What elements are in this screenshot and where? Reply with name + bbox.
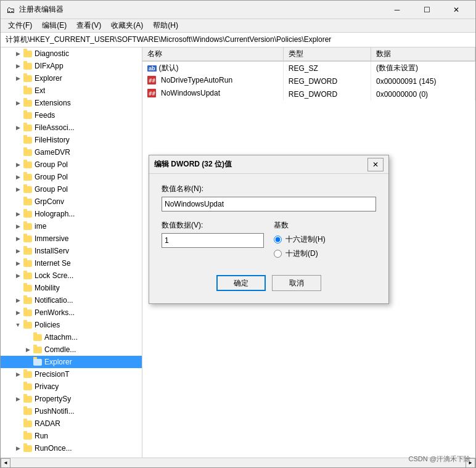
tree-label: Comdle... [44,345,76,354]
reg-data: 0x00000091 (145) [371,75,475,88]
tree-item-explorer-selected[interactable]: Explorer [1,356,142,368]
expander-icon: ▶ [13,308,23,318]
tree-item-comdle[interactable]: ▶ Comdle... [1,343,142,356]
reg-type: REG_DWORD [283,88,371,101]
tree-item-feeds[interactable]: Feeds [1,109,142,121]
tree-item-ime[interactable]: ▶ ime [1,220,142,232]
radio-hex-text: 十六进制(H) [285,234,326,245]
tree-item-installserv[interactable]: ▶ InstallServ [1,245,142,257]
tree-item-radar[interactable]: RADAR [1,417,142,430]
tree-item-run[interactable]: Run [1,430,142,442]
folder-icon [23,283,33,293]
tree-label: Group Pol [35,185,68,194]
radio-dec[interactable] [274,250,282,258]
radio-hex-label[interactable]: 十六进制(H) [274,234,376,245]
tree-item-mobility[interactable]: Mobility [1,282,142,294]
tree-item-immersive[interactable]: ▶ Immersive [1,232,142,245]
tree-item-extensions[interactable]: ▶ Extensions [1,97,142,109]
tree-item-lockscre[interactable]: ▶ Lock Scre... [1,269,142,282]
folder-icon [23,369,33,379]
svg-text:##: ## [149,78,155,84]
data-field-input[interactable] [162,233,264,248]
tree-item-grouppol3[interactable]: ▶ Group Pol [1,183,142,195]
tree-item-grpconv[interactable]: GrpConv [1,195,142,208]
svg-text:##: ## [149,91,155,97]
tree-item-grouppol2[interactable]: ▶ Group Pol [1,171,142,183]
folder-icon [23,123,33,133]
base-label: 基数 [274,220,376,231]
menu-help[interactable]: 帮助(H) [148,19,183,32]
tree-item-propertysy[interactable]: ▶ PropertySy [1,393,142,405]
tree-item-diagnostic[interactable]: ▶ Diagnostic [1,47,142,60]
expander-icon: ▶ [13,172,23,182]
close-button[interactable]: ✕ [442,1,470,19]
minimize-button[interactable]: ─ [383,1,411,19]
tree-item-ext[interactable]: Ext [1,84,142,97]
folder-icon [23,98,33,108]
radio-dec-label[interactable]: 十进制(D) [274,248,376,259]
expander-icon: ▶ [13,123,23,133]
tree-item-difxapp[interactable]: ▶ DIFxApp [1,60,142,72]
maximize-button[interactable]: ☐ [412,1,441,19]
tree-item-pushnotifi[interactable]: PushNotifi... [1,405,142,417]
reg-type: REG_DWORD [283,75,371,88]
tree-item-policies[interactable]: ▼ Policies [1,319,142,331]
radio-hex[interactable] [274,236,282,244]
app-icon: 🗂 [6,5,15,15]
tree-panel[interactable]: ▶ Diagnostic ▶ DIFxApp ▶ Explorer Ext ▶ [1,47,142,458]
menu-edit[interactable]: 编辑(E) [37,19,72,32]
expander-icon: ▶ [13,394,23,404]
address-path: 计算机\HKEY_CURRENT_USER\SOFTWARE\Microsoft… [6,35,331,45]
watermark: CSDN @汗滴禾下除 [409,454,470,464]
expander-icon: ▶ [13,443,23,453]
address-bar: 计算机\HKEY_CURRENT_USER\SOFTWARE\Microsoft… [1,33,475,47]
tree-item-attachm[interactable]: Attachm... [1,331,142,343]
folder-icon [23,86,33,96]
tree-label: Group Pol [35,173,68,181]
tree-item-internetse[interactable]: ▶ Internet Se [1,257,142,269]
col-data: 数据 [371,47,475,61]
tree-item-precisiont[interactable]: ▶ PrecisionT [1,368,142,380]
tree-item-notificatio[interactable]: ▶ Notificatio... [1,294,142,306]
scroll-left-btn[interactable]: ◄ [1,458,10,468]
window-title: 注册表编辑器 [19,4,383,15]
folder-icon [33,332,43,342]
name-field-input[interactable] [162,197,376,211]
folder-icon [23,73,33,83]
tree-item-penworks[interactable]: ▶ PenWorks... [1,306,142,319]
name-field-label: 数值名称(N): [162,184,376,194]
folder-icon [23,419,33,429]
expander-icon: ▶ [13,369,23,379]
horizontal-scrollbar[interactable]: ◄ ► [1,458,475,467]
tree-label: FileAssoci... [35,123,75,132]
tree-item-privacy[interactable]: Privacy [1,380,142,393]
tree-label: Explorer [44,358,72,366]
radio-dec-text: 十进制(D) [285,248,318,259]
scroll-track [12,460,464,466]
tree-item-explorer1[interactable]: ▶ Explorer [1,72,142,84]
tree-label: InstallServ [35,247,69,255]
table-row[interactable]: ## NoDriveTypeAutoRun REG_DWORD 0x000000… [142,75,475,88]
expander-icon [13,283,23,293]
table-row[interactable]: ## NoWindowsUpdat REG_DWORD 0x00000000 (… [142,88,475,101]
tree-item-runonce[interactable]: ▶ RunOnce... [1,442,142,454]
table-row[interactable]: ab (默认) REG_SZ (数值未设置) [142,61,475,75]
tree-label: Internet Se [35,259,71,268]
title-bar: 🗂 注册表编辑器 ─ ☐ ✕ [1,1,475,19]
tree-label: RunOnce... [35,444,72,453]
tree-item-fileassoci[interactable]: ▶ FileAssoci... [1,121,142,134]
folder-icon [23,49,33,59]
reg-data: 0x00000000 (0) [371,88,475,101]
tree-item-filehistory[interactable]: FileHistory [1,134,142,146]
menu-file[interactable]: 文件(F) [3,19,37,32]
tree-item-grouppol1[interactable]: ▶ Group Pol [1,158,142,171]
menu-favorites[interactable]: 收藏夹(A) [106,19,148,32]
tree-item-gamedvr[interactable]: GameDVR [1,146,142,158]
ok-button[interactable]: 确定 [216,275,266,291]
expander-icon: ▶ [13,73,23,83]
expander-icon [23,332,33,342]
dialog-close-button[interactable]: ✕ [367,158,384,171]
tree-item-holograph[interactable]: ▶ Holograph... [1,208,142,220]
cancel-button[interactable]: 取消 [272,275,321,291]
menu-view[interactable]: 查看(V) [72,19,106,32]
